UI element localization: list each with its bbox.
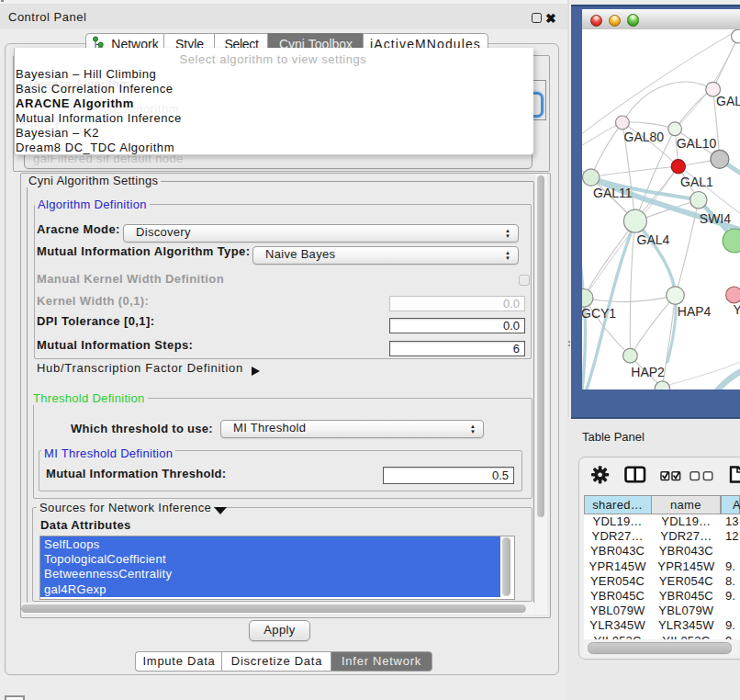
svg-text:HAP4: HAP4 bbox=[678, 304, 712, 319]
svg-text:GAL10: GAL10 bbox=[677, 136, 717, 151]
svg-text:GAL4: GAL4 bbox=[637, 232, 670, 247]
svg-text:GAL1: GAL1 bbox=[680, 175, 713, 189]
svg-text:GAL2: GAL2 bbox=[716, 94, 740, 108]
svg-text:SWI4: SWI4 bbox=[700, 211, 731, 226]
svg-text:GAL11: GAL11 bbox=[593, 186, 633, 200]
svg-text:GCY1: GCY1 bbox=[582, 306, 616, 321]
svg-text:HAP2: HAP2 bbox=[631, 365, 665, 379]
svg-text:YJL21: YJL21 bbox=[734, 302, 740, 317]
svg-text:GAL80: GAL80 bbox=[624, 130, 665, 144]
